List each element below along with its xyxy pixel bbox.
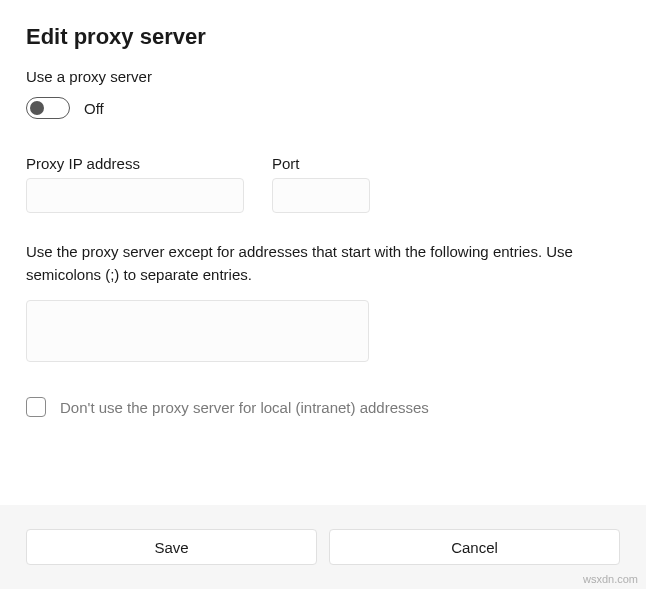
use-proxy-label: Use a proxy server xyxy=(26,68,620,85)
watermark-text: wsxdn.com xyxy=(583,573,638,585)
address-port-row: Proxy IP address Port xyxy=(26,155,620,213)
cancel-button[interactable]: Cancel xyxy=(329,529,620,565)
ip-field: Proxy IP address xyxy=(26,155,244,213)
local-bypass-row: Don't use the proxy server for local (in… xyxy=(26,397,620,417)
ip-label: Proxy IP address xyxy=(26,155,244,172)
dialog-footer: Save Cancel xyxy=(0,505,646,589)
use-proxy-toggle[interactable] xyxy=(26,97,70,119)
exceptions-description: Use the proxy server except for addresse… xyxy=(26,241,620,286)
port-label: Port xyxy=(272,155,370,172)
port-field: Port xyxy=(272,155,370,213)
local-bypass-label: Don't use the proxy server for local (in… xyxy=(60,399,429,416)
toggle-state-text: Off xyxy=(84,100,104,117)
proxy-ip-input[interactable] xyxy=(26,178,244,213)
save-button[interactable]: Save xyxy=(26,529,317,565)
proxy-port-input[interactable] xyxy=(272,178,370,213)
exceptions-input[interactable] xyxy=(26,300,369,362)
use-proxy-toggle-row: Off xyxy=(26,97,620,119)
local-bypass-checkbox[interactable] xyxy=(26,397,46,417)
toggle-knob xyxy=(30,101,44,115)
page-title: Edit proxy server xyxy=(26,24,620,50)
